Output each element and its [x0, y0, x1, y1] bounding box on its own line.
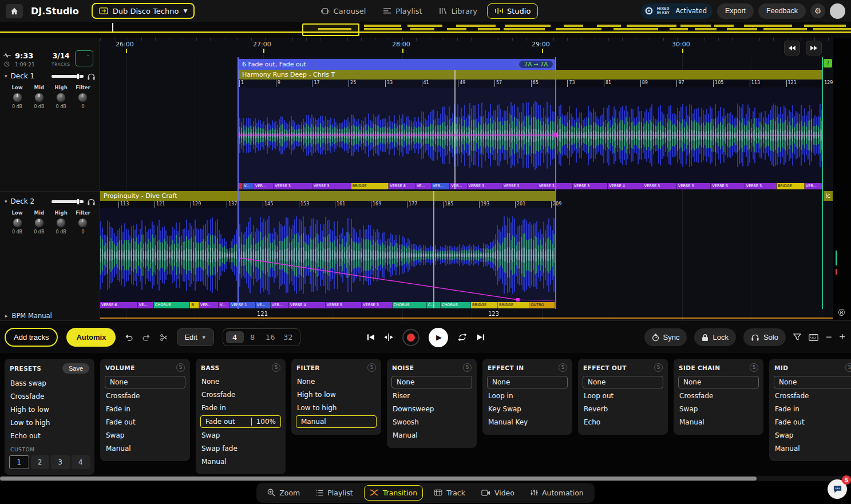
- panel-option-low-to-high[interactable]: Low to high: [5, 416, 94, 429]
- panel-option-none[interactable]: None: [583, 376, 663, 388]
- panel-option-swap[interactable]: Swap: [674, 403, 763, 415]
- redo-button[interactable]: [142, 334, 151, 341]
- panel-option-fade-in[interactable]: Fade in: [100, 403, 190, 415]
- automix-button[interactable]: Automix: [66, 328, 116, 347]
- knob-dial[interactable]: [13, 93, 22, 102]
- zoom-out-button[interactable]: −: [826, 331, 832, 343]
- panel-option-swap[interactable]: Swap: [196, 429, 286, 442]
- undo-button[interactable]: [124, 334, 133, 341]
- panel-option-swap[interactable]: Swap: [100, 429, 190, 442]
- play-button[interactable]: ▶: [429, 328, 448, 347]
- snapshot-badge[interactable]: S: [272, 363, 280, 372]
- export-button[interactable]: Export: [717, 3, 754, 19]
- knob-dial[interactable]: [13, 218, 22, 228]
- nav-carousel[interactable]: Carousel: [313, 3, 374, 19]
- slider-handle[interactable]: [77, 73, 80, 80]
- panel-option-none[interactable]: None: [774, 376, 851, 388]
- skip-end-button[interactable]: [477, 334, 485, 341]
- panel-option-fade-out[interactable]: Fade out: [769, 416, 851, 428]
- panel-option-manual[interactable]: Manual: [387, 429, 477, 442]
- shortcuts-button[interactable]: [809, 334, 818, 341]
- project-selector[interactable]: Dub Disco Techno ▼: [92, 3, 195, 19]
- deck-volume-slider[interactable]: [52, 75, 84, 78]
- snapshot-badge[interactable]: S: [559, 363, 567, 372]
- lock-button[interactable]: Lock: [694, 328, 735, 346]
- snapshot-badge[interactable]: S: [367, 363, 376, 372]
- panel-option-manual[interactable]: Manual: [674, 416, 763, 428]
- custom-slot-1[interactable]: 1: [9, 455, 29, 469]
- filter-t racks-button[interactable]: [793, 334, 801, 341]
- avatar[interactable]: [830, 3, 845, 19]
- panel-option-high-to-low[interactable]: High to low: [5, 403, 94, 416]
- panel-option-swap[interactable]: Swap: [769, 429, 851, 442]
- knob-dial[interactable]: [34, 93, 44, 102]
- settings-button[interactable]: ⚙: [810, 3, 825, 18]
- panel-option-manual-key[interactable]: Manual Key: [482, 416, 572, 428]
- vertical-scroll-strip[interactable]: ®: [833, 38, 851, 320]
- panel-option-swap-fade[interactable]: Swap fade: [196, 442, 286, 455]
- panel-option-downsweep[interactable]: Downsweep: [387, 403, 477, 415]
- save-preset-button[interactable]: Save: [62, 363, 89, 374]
- grid-division-4[interactable]: 4: [226, 331, 244, 343]
- custom-slot-3[interactable]: 3: [51, 455, 70, 469]
- bpm-row[interactable]: ▸ BPM Manual: [0, 311, 100, 320]
- panel-option-loop-out[interactable]: Loop out: [578, 390, 668, 402]
- link-toggle[interactable]: –: [75, 50, 93, 66]
- panel-option-crossfade[interactable]: Crossfade: [196, 388, 286, 401]
- panel-option-none[interactable]: None: [678, 376, 759, 388]
- panel-option-fade-out[interactable]: Fade out100%: [200, 415, 281, 428]
- headphones-cue-icon[interactable]: [87, 73, 96, 80]
- zoom-in-button[interactable]: +: [839, 331, 845, 343]
- grid-division-16[interactable]: 16: [262, 331, 279, 343]
- nav-studio[interactable]: Studio: [487, 3, 538, 19]
- panel-option-manual[interactable]: Manual: [769, 442, 851, 455]
- snapshot-badge[interactable]: S: [463, 363, 472, 372]
- record-button[interactable]: [402, 329, 419, 346]
- overview-viewport[interactable]: [302, 23, 359, 36]
- bottom-nav-playlist[interactable]: Playlist: [311, 486, 358, 500]
- rewind-button[interactable]: [784, 41, 800, 55]
- panel-option-manual[interactable]: Manual: [296, 415, 377, 428]
- panel-option-fade-out[interactable]: Fade out: [100, 416, 190, 428]
- bottom-nav-automation[interactable]: Automation: [525, 486, 589, 500]
- panel-option-none[interactable]: None: [391, 376, 472, 388]
- bottom-nav-zoom[interactable]: Zoom: [262, 486, 305, 500]
- custom-slot-4[interactable]: 4: [72, 455, 90, 469]
- panel-option-crossfade[interactable]: Crossfade: [674, 390, 763, 402]
- timeline-arrangement[interactable]: 26:0027:0028:0029:0030:006 Fade out, Fad…: [100, 38, 833, 320]
- panel-option-crossfade[interactable]: Crossfade: [769, 390, 851, 402]
- panel-option-riser[interactable]: Riser: [387, 390, 477, 402]
- panel-option-none[interactable]: None: [196, 375, 286, 388]
- home-button[interactable]: [6, 4, 23, 18]
- deck1-track-title[interactable]: Harmony Runs Deep - Chris T: [238, 70, 822, 80]
- bottom-nav-transition[interactable]: Transition: [364, 485, 423, 501]
- edit-menu-button[interactable]: Edit ▼: [177, 328, 213, 346]
- deck-collapse-chevron[interactable]: ▾: [5, 73, 7, 79]
- nav-library[interactable]: Library: [432, 3, 485, 19]
- panel-option-echo[interactable]: Echo: [578, 416, 668, 428]
- horizontal-scrollbar[interactable]: [0, 476, 851, 481]
- panel-option-bass-swap[interactable]: Bass swap: [5, 377, 94, 390]
- panel-option-low-to-high[interactable]: Low to high: [291, 402, 381, 414]
- panel-option-none[interactable]: None: [487, 376, 568, 388]
- grid-division-32[interactable]: 32: [279, 331, 297, 343]
- panel-option-fade-in[interactable]: Fade in: [769, 403, 851, 415]
- add-tracks-button[interactable]: Add tracks: [5, 328, 58, 347]
- panel-option-crossfade[interactable]: Crossfade: [5, 390, 94, 403]
- panel-option-crossfade[interactable]: Crossfade: [100, 390, 190, 402]
- timeline-overview-minimap[interactable]: [0, 22, 851, 38]
- transition-header[interactable]: 6 Fade out, Fade out7A → 7A: [238, 59, 555, 70]
- solo-button[interactable]: Solo: [743, 328, 786, 346]
- panel-option-swoosh[interactable]: Swoosh: [387, 416, 477, 428]
- sync-button[interactable]: Sync: [644, 328, 687, 346]
- knob-dial[interactable]: [78, 218, 88, 228]
- knob-dial[interactable]: [78, 93, 88, 102]
- panel-option-high-to-low[interactable]: High to low: [291, 388, 381, 401]
- loop-button[interactable]: [457, 333, 468, 342]
- deck2-waveform[interactable]: [100, 208, 555, 302]
- deck-volume-slider[interactable]: [52, 200, 84, 203]
- option-value[interactable]: 100%: [251, 418, 276, 426]
- deck2-track-title[interactable]: Propinquity - Dive Craft: [100, 191, 555, 201]
- panel-option-key-swap[interactable]: Key Swap: [482, 403, 572, 415]
- snapshot-badge[interactable]: S: [654, 363, 663, 372]
